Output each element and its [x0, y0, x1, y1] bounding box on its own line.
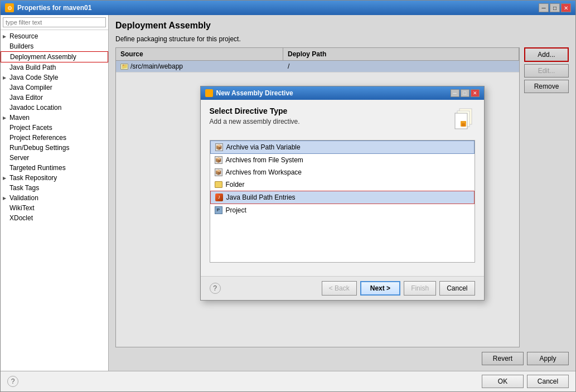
directive-item-label: Project	[226, 206, 246, 214]
sidebar-item-builders[interactable]: Builders	[1, 41, 108, 51]
sidebar-item-maven[interactable]: ▶ Maven	[1, 113, 108, 123]
sidebar-item-java-build-path[interactable]: Java Build Path	[1, 62, 108, 72]
sidebar-item-label: Javadoc Location	[9, 104, 61, 112]
modal-title-bar: New Assembly Directive ─ □ ✕	[201, 86, 484, 100]
directive-item-archive-path[interactable]: 📦 Archive via Path Variable	[210, 141, 475, 154]
archive-workspace-icon: 📦	[215, 168, 222, 176]
modal-maximize-button[interactable]: □	[461, 89, 469, 97]
window-title: Properties for maven01	[17, 4, 91, 12]
main-panel: Deployment Assembly Define packaging str…	[109, 15, 575, 371]
sidebar-item-label: Deployment Assembly	[10, 53, 76, 61]
window-help-button[interactable]: ?	[7, 376, 18, 387]
window-icon: ⚙	[5, 3, 14, 12]
content-area: ▶ Resource Builders Deployment Assembly …	[1, 15, 575, 371]
footer-buttons: OK Cancel	[482, 375, 569, 388]
archive-filesystem-icon: 📦	[215, 156, 222, 164]
sidebar-items: ▶ Resource Builders Deployment Assembly …	[1, 30, 108, 371]
directive-item-folder[interactable]: Folder	[210, 178, 475, 191]
expand-arrow: ▶	[3, 196, 6, 201]
minimize-button[interactable]: ─	[539, 3, 549, 12]
modal-cancel-button[interactable]: Cancel	[439, 281, 475, 296]
sidebar-item-label: WikiText	[9, 204, 35, 212]
sidebar-item-label: Builders	[9, 42, 33, 50]
finish-button[interactable]: Finish	[404, 281, 436, 296]
sidebar-item-java-compiler[interactable]: Java Compiler	[1, 83, 108, 93]
modal-icon	[205, 89, 213, 97]
directive-item-archives-workspace[interactable]: 📦 Archives from Workspace	[210, 166, 475, 178]
directive-header-text: Select Directive Type Add a new assembly…	[210, 107, 300, 125]
modal-close-button[interactable]: ✕	[471, 89, 480, 97]
ok-button[interactable]: OK	[482, 375, 524, 388]
sidebar-item-java-code-style[interactable]: ▶ Java Code Style	[1, 72, 108, 83]
sidebar-item-javadoc-location[interactable]: Javadoc Location	[1, 103, 108, 113]
directive-item-java-build-path[interactable]: J Java Build Path Entries	[210, 191, 475, 204]
svg-rect-4	[462, 123, 465, 127]
modal-content: Select Directive Type Add a new assembly…	[201, 100, 484, 276]
directive-list[interactable]: 📦 Archive via Path Variable 📦 Archives f…	[210, 140, 475, 263]
sidebar-item-java-editor[interactable]: Java Editor	[1, 93, 108, 103]
directive-title: Select Directive Type	[210, 107, 300, 115]
sidebar-item-label: Java Editor	[9, 94, 43, 101]
filter-box	[1, 15, 108, 30]
directive-description: Add a new assembly directive.	[210, 118, 300, 125]
directive-item-label: Archives from File System	[226, 156, 303, 164]
sidebar-item-project-references[interactable]: Project References	[1, 133, 108, 143]
new-assembly-directive-dialog: New Assembly Directive ─ □ ✕ Select Dire…	[200, 86, 485, 301]
directive-item-label: Folder	[226, 181, 245, 188]
sidebar-item-validation[interactable]: ▶ Validation	[1, 193, 108, 203]
help-button[interactable]: ?	[210, 283, 221, 294]
modal-footer: ? < Back Next > Finish Cancel	[201, 276, 484, 300]
sidebar-item-label: Java Compiler	[9, 84, 52, 91]
directive-header: Select Directive Type Add a new assembly…	[210, 107, 475, 133]
sidebar-item-label: Java Code Style	[9, 74, 58, 81]
sidebar-item-label: Resource	[9, 32, 38, 40]
directive-item-project[interactable]: P Project	[210, 204, 475, 216]
sidebar-item-label: Task Tags	[9, 184, 39, 192]
sidebar-item-label: Project References	[9, 134, 66, 142]
maximize-button[interactable]: □	[550, 3, 560, 12]
sidebar-item-run-debug[interactable]: Run/Debug Settings	[1, 143, 108, 153]
directive-icon	[448, 107, 475, 133]
next-button[interactable]: Next >	[360, 281, 400, 296]
cancel-button[interactable]: Cancel	[527, 375, 569, 388]
sidebar-item-targeted-runtimes[interactable]: Targeted Runtimes	[1, 163, 108, 173]
directive-item-label: Java Build Path Entries	[226, 193, 296, 201]
sidebar-item-wikitext[interactable]: WikiText	[1, 203, 108, 213]
sidebar-item-label: Targeted Runtimes	[9, 164, 66, 172]
sidebar-item-server[interactable]: Server	[1, 153, 108, 163]
sidebar-item-label: Java Build Path	[9, 64, 56, 71]
modal-minimize-button[interactable]: ─	[451, 89, 459, 97]
sidebar: ▶ Resource Builders Deployment Assembly …	[1, 15, 109, 371]
back-button[interactable]: < Back	[322, 281, 357, 296]
project-icon: P	[215, 206, 222, 214]
title-bar: ⚙ Properties for maven01 ─ □ ✕	[1, 1, 575, 15]
title-bar-left: ⚙ Properties for maven01	[5, 3, 91, 12]
sidebar-item-project-facets[interactable]: Project Facets	[1, 123, 108, 133]
expand-arrow: ▶	[3, 34, 6, 39]
title-controls: ─ □ ✕	[539, 3, 571, 12]
modal-overlay: New Assembly Directive ─ □ ✕ Select Dire…	[109, 15, 575, 371]
modal-footer-buttons: < Back Next > Finish Cancel	[322, 281, 475, 296]
main-window: ⚙ Properties for maven01 ─ □ ✕ ▶ Resourc…	[0, 0, 576, 392]
sidebar-item-task-repository[interactable]: ▶ Task Repository	[1, 173, 108, 183]
sidebar-item-resource[interactable]: ▶ Resource	[1, 31, 108, 41]
archive-path-icon: 📦	[215, 143, 223, 151]
filter-input[interactable]	[3, 17, 106, 27]
sidebar-item-label: Task Repository	[9, 174, 57, 182]
sidebar-item-task-tags[interactable]: Task Tags	[1, 183, 108, 193]
sidebar-item-label: Server	[9, 154, 29, 162]
sidebar-item-label: Maven	[9, 114, 30, 122]
directive-item-label: Archive via Path Variable	[226, 143, 301, 151]
window-footer: ? OK Cancel	[1, 371, 575, 391]
expand-arrow: ▶	[3, 176, 6, 181]
close-button[interactable]: ✕	[561, 3, 571, 12]
sidebar-item-label: XDoclet	[9, 214, 33, 222]
folder-icon	[215, 181, 222, 188]
expand-arrow: ▶	[3, 115, 6, 120]
modal-title-controls: ─ □ ✕	[451, 89, 480, 97]
modal-title-left: New Assembly Directive	[205, 89, 293, 97]
sidebar-item-deployment-assembly[interactable]: Deployment Assembly	[1, 51, 108, 62]
expand-arrow: ▶	[3, 75, 6, 80]
directive-item-archives-file-system[interactable]: 📦 Archives from File System	[210, 154, 475, 166]
sidebar-item-xdoclet[interactable]: XDoclet	[1, 213, 108, 223]
